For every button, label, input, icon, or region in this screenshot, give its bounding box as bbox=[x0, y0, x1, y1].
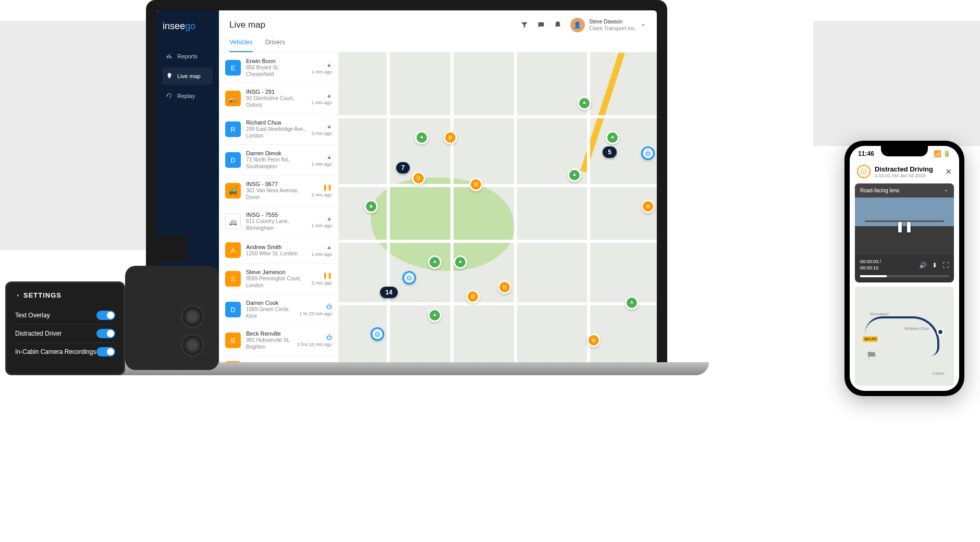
route-map[interactable]: 🏁 Woodland Whitkirk Club Colton B6159 bbox=[855, 287, 954, 386]
map-pin[interactable] bbox=[641, 200, 655, 213]
svg-point-4 bbox=[863, 171, 864, 172]
map-pin[interactable] bbox=[498, 280, 511, 294]
map-pin[interactable] bbox=[371, 327, 384, 341]
vehicle-address: 850 Bryant St, Chesterfield bbox=[246, 64, 306, 78]
vehicle-row[interactable]: S Steve Jameson 8599 Pennington Court, L… bbox=[219, 264, 338, 294]
vehicle-name: INSG - 0677 bbox=[246, 181, 306, 187]
video-preview[interactable]: ❚❚ bbox=[855, 198, 954, 255]
video-player[interactable]: Road-facing lens ❚❚ 00:00:03 / 00:00:10 … bbox=[855, 183, 954, 282]
video-progress[interactable] bbox=[860, 275, 949, 277]
map-pin[interactable] bbox=[402, 271, 416, 285]
dashcam-device: SETTINGS Text Overlay Distracted Driver … bbox=[5, 250, 219, 386]
toggle-switch[interactable] bbox=[96, 329, 115, 338]
vehicle-row[interactable]: A Andrew Smith 1250 Wiler St, London ▲ 1… bbox=[219, 237, 338, 264]
vehicle-time: 1 min ago bbox=[311, 223, 332, 228]
vehicle-time: 1 min ago bbox=[311, 100, 332, 105]
lens-selector[interactable]: Road-facing lens bbox=[860, 188, 899, 193]
live-map[interactable]: 7145 bbox=[339, 53, 657, 365]
map-pin[interactable] bbox=[428, 309, 442, 322]
vehicle-address: 991 Hobsenvile St, Brighton bbox=[246, 337, 292, 350]
bell-icon[interactable] bbox=[554, 21, 562, 29]
tab-vehicles[interactable]: Vehicles bbox=[229, 39, 253, 52]
map-pin[interactable] bbox=[625, 296, 639, 310]
vehicle-avatar: A bbox=[225, 242, 241, 258]
vehicle-avatar: 🚜 bbox=[225, 183, 241, 199]
volume-icon[interactable]: 🔊 bbox=[919, 262, 927, 269]
map-pin[interactable] bbox=[444, 131, 457, 144]
close-icon[interactable]: ✕ bbox=[945, 167, 952, 177]
vehicle-time: 1 hr 23 min ago bbox=[299, 311, 332, 316]
nav-replay[interactable]: Replay bbox=[163, 87, 213, 105]
vehicle-avatar: S bbox=[225, 271, 241, 287]
vehicle-row[interactable]: 🚜 INSG - 0677 301 Van Ness Avenue, Dover… bbox=[219, 176, 338, 206]
vehicle-row[interactable]: D Darren Dimok 73 North Penn Rd., Southa… bbox=[219, 145, 338, 176]
vehicle-row[interactable]: B Beck Renville 991 Hobsenvile St, Brigh… bbox=[219, 325, 338, 356]
map-pin[interactable] bbox=[606, 131, 619, 144]
app-window: inseego Reports Live map Replay Live map bbox=[156, 10, 657, 365]
laptop-device: inseego Reports Live map Replay Live map bbox=[146, 0, 667, 375]
vehicle-row[interactable]: E Erwin Boon 850 Bryant St, Chesterfield… bbox=[219, 53, 338, 83]
vehicle-time: 3 min ago bbox=[311, 131, 332, 136]
vehicle-row[interactable]: 🚐 INSG - 7555 611 Country Lane, Birmingh… bbox=[219, 206, 338, 237]
distracted-driving-icon bbox=[857, 165, 871, 178]
vehicle-avatar: D bbox=[225, 152, 241, 168]
vehicle-time: 2 min ago bbox=[311, 192, 332, 198]
vehicle-status-icon: ▲ bbox=[326, 154, 332, 160]
vehicle-status-icon: ▲ bbox=[326, 215, 332, 221]
map-cluster[interactable]: 5 bbox=[603, 146, 617, 158]
tab-drivers[interactable]: Drivers bbox=[265, 39, 285, 52]
vehicle-status-icon: ⏻ bbox=[326, 303, 332, 310]
map-cluster[interactable]: 7 bbox=[396, 162, 410, 174]
vehicle-row[interactable]: D Darren Cook 1089 Green Circle, Kent ⏻ … bbox=[219, 294, 338, 325]
nav-live-map[interactable]: Live map bbox=[163, 67, 213, 85]
brand-logo: inseego bbox=[163, 21, 213, 32]
vehicle-address: 249 East Newbridge Ave., London bbox=[246, 126, 306, 139]
map-pin[interactable] bbox=[412, 171, 425, 185]
map-pin[interactable] bbox=[641, 146, 655, 160]
map-pin[interactable] bbox=[415, 131, 428, 144]
chat-icon[interactable] bbox=[537, 21, 545, 29]
tabs: VehiclesDrivers bbox=[219, 32, 657, 53]
vehicle-status-icon: ⏻ bbox=[326, 334, 332, 340]
map-pin[interactable] bbox=[568, 168, 581, 182]
vehicle-name: INSG - 291 bbox=[246, 89, 306, 95]
vehicle-address: 93 Glenholme Court, Oxford bbox=[246, 95, 306, 108]
vehicle-status-icon: ▲ bbox=[326, 61, 332, 68]
pause-icon[interactable]: ❚❚ bbox=[896, 220, 913, 232]
map-park bbox=[371, 178, 514, 272]
setting-label: Text Overlay bbox=[15, 312, 50, 319]
vehicle-row[interactable]: 🚚 INSG - 291 93 Glenholme Court, Oxford … bbox=[219, 83, 338, 114]
vehicle-row[interactable]: R Richard Chua 249 East Newbridge Ave., … bbox=[219, 114, 338, 145]
fullscreen-icon[interactable]: ⛶ bbox=[942, 262, 949, 269]
map-pin[interactable] bbox=[587, 334, 601, 347]
marker-icon bbox=[166, 72, 173, 80]
vehicle-name: Erwin Boon bbox=[246, 58, 306, 64]
svg-rect-0 bbox=[167, 56, 168, 58]
user-menu[interactable]: 👤 Steve Dawson Claire Transport Inc. bbox=[570, 18, 646, 32]
vehicle-list[interactable]: E Erwin Boon 850 Bryant St, Chesterfield… bbox=[219, 53, 339, 365]
camera-lens-icon bbox=[181, 334, 204, 357]
map-pin[interactable] bbox=[428, 255, 442, 269]
filter-icon[interactable] bbox=[520, 21, 529, 29]
map-cluster[interactable]: 14 bbox=[380, 287, 397, 298]
video-time-total: 00:00:10 bbox=[860, 265, 881, 272]
map-pin[interactable] bbox=[364, 200, 378, 213]
vehicle-time: 1 min ago bbox=[311, 162, 332, 167]
map-pin[interactable] bbox=[454, 255, 467, 269]
vehicle-name: Darren Cook bbox=[246, 300, 294, 306]
toggle-switch[interactable] bbox=[96, 347, 115, 356]
map-pin[interactable] bbox=[466, 290, 480, 303]
user-company: Claire Transport Inc. bbox=[589, 25, 636, 32]
chevron-down-icon[interactable] bbox=[944, 188, 949, 193]
nav-reports[interactable]: Reports bbox=[163, 47, 213, 65]
chevron-left-icon[interactable] bbox=[15, 292, 20, 299]
svg-rect-2 bbox=[170, 57, 172, 58]
vehicle-name: Richard Chua bbox=[246, 119, 306, 126]
alert-title: Distracted Driving bbox=[875, 165, 941, 173]
setting-label: Distracted Driver bbox=[15, 330, 62, 337]
map-pin[interactable] bbox=[469, 178, 483, 191]
toggle-switch[interactable] bbox=[96, 311, 115, 320]
map-pin[interactable] bbox=[578, 96, 591, 110]
vehicle-name: Steve Jameson bbox=[246, 269, 306, 275]
download-icon[interactable]: ⬇ bbox=[932, 262, 937, 269]
